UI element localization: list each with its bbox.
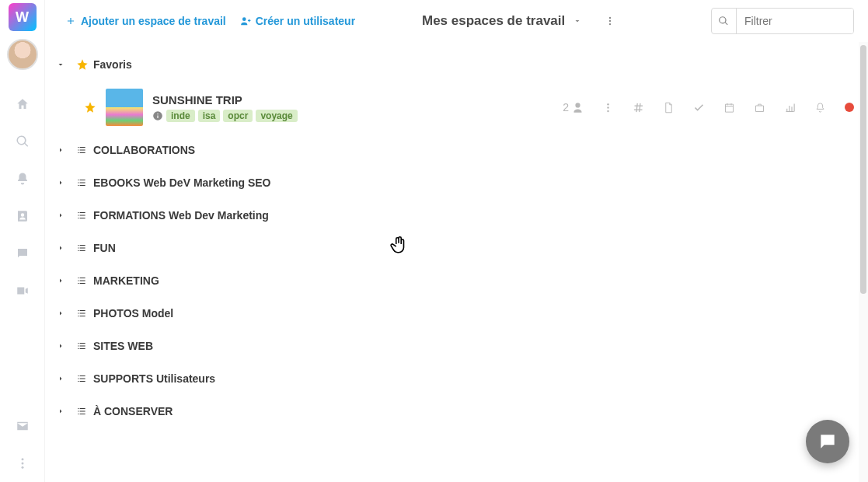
svg-point-0 bbox=[21, 458, 23, 460]
nav-mail[interactable] bbox=[0, 407, 45, 445]
check-icon[interactable] bbox=[693, 102, 705, 114]
bell-icon bbox=[16, 172, 30, 186]
caret-right-icon[interactable] bbox=[56, 145, 65, 155]
favorites-label: Favoris bbox=[93, 58, 132, 71]
category-row[interactable]: FORMATIONS Web Dev Marketing bbox=[56, 199, 854, 232]
nav-more[interactable] bbox=[0, 445, 45, 482]
list-icon bbox=[76, 406, 87, 417]
topbar: Ajouter un espace de travail Créer un ut… bbox=[45, 0, 868, 42]
caret-right-icon[interactable] bbox=[56, 309, 65, 318]
category-row[interactable]: SITES WEB bbox=[56, 330, 854, 362]
category-label: COLLABORATIONS bbox=[93, 144, 195, 156]
more-vertical-icon bbox=[16, 456, 30, 470]
nav-search[interactable] bbox=[0, 123, 45, 160]
scrollbar-thumb[interactable] bbox=[860, 45, 866, 294]
workspace-thumbnail bbox=[106, 89, 143, 126]
help-chat-button[interactable] bbox=[806, 420, 849, 463]
category-label: SITES WEB bbox=[93, 340, 153, 352]
member-count[interactable]: 2 bbox=[563, 101, 584, 114]
plus-icon bbox=[65, 16, 76, 26]
nav-video[interactable] bbox=[0, 272, 45, 309]
list-icon bbox=[76, 308, 87, 319]
svg-point-6 bbox=[607, 103, 609, 105]
file-icon[interactable] bbox=[663, 102, 675, 114]
video-icon bbox=[16, 284, 30, 298]
user-plus-icon bbox=[240, 16, 251, 26]
nav-notifications[interactable] bbox=[0, 160, 45, 197]
workspace-actions: 2 bbox=[563, 101, 854, 114]
more-vertical-icon bbox=[605, 16, 615, 26]
caret-right-icon[interactable] bbox=[56, 178, 65, 187]
create-user-button[interactable]: Créer un utilisateur bbox=[240, 15, 355, 27]
category-row[interactable]: COLLABORATIONS bbox=[56, 134, 854, 166]
view-selector[interactable]: Mes espaces de travail bbox=[422, 13, 582, 29]
create-user-label: Créer un utilisateur bbox=[256, 15, 355, 27]
avatar[interactable] bbox=[7, 39, 38, 70]
workspace-title: SUNSHINE TRIP bbox=[152, 93, 242, 107]
user-icon bbox=[572, 102, 584, 114]
nav-contacts[interactable] bbox=[0, 197, 45, 235]
view-more-button[interactable] bbox=[601, 12, 619, 30]
caret-down-icon[interactable] bbox=[56, 60, 65, 69]
cursor-hand-icon bbox=[389, 235, 409, 255]
category-row[interactable]: MARKETING bbox=[56, 264, 854, 297]
category-label: FORMATIONS Web Dev Marketing bbox=[93, 209, 269, 222]
workspace-tag[interactable]: isa bbox=[198, 110, 221, 122]
category-row[interactable]: PHOTOS Model bbox=[56, 297, 854, 330]
mail-icon bbox=[16, 419, 30, 433]
app-logo[interactable]: W bbox=[9, 3, 37, 31]
nav-home[interactable] bbox=[0, 86, 45, 123]
category-row[interactable]: À CONSERVER bbox=[56, 395, 854, 428]
category-row[interactable]: EBOOKS Web DeV Marketing SEO bbox=[56, 166, 854, 199]
caret-right-icon[interactable] bbox=[56, 211, 65, 220]
search-button[interactable] bbox=[712, 9, 737, 33]
svg-point-7 bbox=[607, 107, 609, 109]
hashtag-icon[interactable] bbox=[633, 102, 644, 114]
home-icon bbox=[16, 97, 30, 111]
category-label: FUN bbox=[93, 242, 116, 254]
star-icon bbox=[76, 58, 89, 71]
list-icon bbox=[76, 373, 87, 384]
caret-right-icon[interactable] bbox=[56, 276, 65, 285]
left-sidebar: W bbox=[0, 0, 45, 482]
category-label: MARKETING bbox=[93, 274, 159, 287]
workspace-tag[interactable]: voyage bbox=[256, 110, 297, 122]
calendar-icon[interactable] bbox=[723, 102, 735, 114]
search-icon bbox=[16, 134, 30, 148]
bell-icon[interactable] bbox=[814, 102, 826, 114]
more-vertical-icon[interactable] bbox=[602, 102, 614, 114]
add-workspace-button[interactable]: Ajouter un espace de travail bbox=[65, 15, 226, 27]
status-dot[interactable] bbox=[845, 103, 854, 112]
category-label: SUPPORTS Utilisateurs bbox=[93, 372, 215, 385]
contacts-icon bbox=[16, 209, 30, 223]
category-row[interactable]: SUPPORTS Utilisateurs bbox=[56, 362, 854, 395]
briefcase-icon[interactable] bbox=[754, 102, 765, 114]
chevron-down-icon bbox=[573, 16, 582, 26]
favorites-section-header[interactable]: Favoris bbox=[56, 48, 854, 81]
list-icon bbox=[76, 210, 87, 221]
category-label: EBOOKS Web DeV Marketing SEO bbox=[93, 176, 270, 189]
category-row[interactable]: FUN bbox=[56, 232, 854, 264]
list-icon bbox=[76, 177, 87, 188]
svg-point-5 bbox=[609, 23, 611, 25]
caret-right-icon[interactable] bbox=[56, 374, 65, 383]
search-group bbox=[711, 8, 854, 34]
workspace-tag[interactable]: inde bbox=[166, 110, 195, 122]
workspace-tags: inde isa opcr voyage bbox=[152, 110, 298, 122]
svg-point-8 bbox=[607, 110, 609, 112]
chart-icon[interactable] bbox=[784, 102, 796, 114]
caret-right-icon[interactable] bbox=[56, 243, 65, 253]
list-icon bbox=[76, 341, 87, 351]
search-icon bbox=[718, 16, 729, 26]
category-label: PHOTOS Model bbox=[93, 307, 173, 320]
favorite-toggle[interactable] bbox=[84, 101, 96, 114]
category-label: À CONSERVER bbox=[93, 405, 173, 417]
workspace-item[interactable]: SUNSHINE TRIP inde isa opcr voyage 2 bbox=[56, 81, 854, 134]
caret-right-icon[interactable] bbox=[56, 407, 65, 416]
workspace-tag[interactable]: opcr bbox=[223, 110, 253, 122]
nav-chat[interactable] bbox=[0, 235, 45, 272]
info-icon[interactable] bbox=[152, 110, 163, 121]
search-input[interactable] bbox=[737, 9, 853, 33]
workspace-body: SUNSHINE TRIP inde isa opcr voyage bbox=[152, 93, 298, 122]
caret-right-icon[interactable] bbox=[56, 341, 65, 351]
